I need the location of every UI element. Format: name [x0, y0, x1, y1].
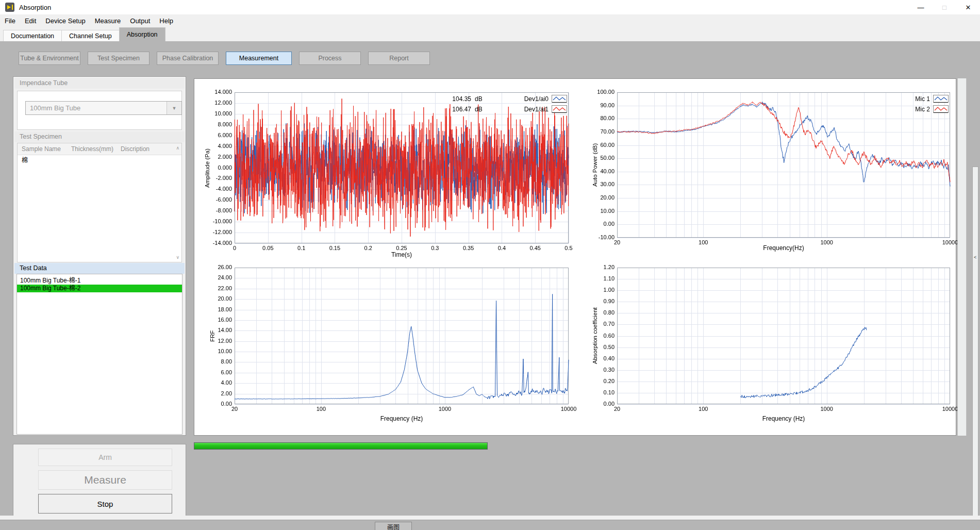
legend-item-dev1-ai0[interactable]: 104.35 dB Dev1/ai0 — [442, 94, 567, 104]
app-icon — [5, 3, 14, 12]
measurement-subtabs: Tube & Environment Test Specimen Phase C… — [19, 52, 430, 65]
x-axis-label-frequency-1: Frequency(Hz) — [732, 244, 835, 252]
test-data-list: 100mm Big Tube-棉-1 100mm Big Tube-棉-2 — [16, 274, 182, 435]
main-tabs: Documentation Channel Setup Absorption — [0, 27, 980, 41]
plot-name: Dev1/ai0 — [524, 95, 549, 103]
test-data-header: Test Data — [14, 263, 185, 274]
plot-name: Mic 2 — [915, 106, 930, 113]
level-readout-value: 106.47 — [442, 106, 471, 113]
menu-bar: File Edit Device Setup Measure Output He… — [0, 14, 980, 27]
tab-absorption[interactable]: Absorption — [119, 27, 165, 41]
left-sidebar: Impendace Tube 100mm Big Tube ▼ Test Spe… — [13, 76, 186, 436]
collapse-left-icon[interactable]: < — [974, 255, 976, 260]
time-waveform-legend: 104.35 dB Dev1/ai0 106.47 dB Dev1/ai1 — [442, 94, 567, 114]
plot-style-icon[interactable] — [552, 105, 567, 113]
maximize-button: □ — [933, 0, 956, 14]
subtab-report[interactable]: Report — [368, 52, 430, 65]
dropdown-button[interactable]: ▼ — [167, 102, 181, 114]
level-readout-value: 104.35 — [442, 95, 471, 103]
plot-name: Dev1/ai1 — [524, 106, 549, 113]
cell-sample-name: 棉 — [18, 155, 67, 164]
action-panel: Arm Measure Stop — [13, 444, 186, 518]
y-axis-label-absorption: Absorption coefficient — [591, 268, 599, 404]
test-specimen-table: Sample Name Thickness(mm) Discription 棉 … — [17, 143, 182, 262]
auto-power-legend: Mic 1 Mic 2 — [903, 94, 949, 114]
list-item-selected[interactable]: 100mm Big Tube-棉-2 — [17, 285, 182, 292]
minimize-button[interactable]: — — [909, 0, 933, 14]
frf-plot — [200, 261, 576, 420]
title-bar: Absorption — □ ✕ — [0, 0, 980, 14]
menu-edit[interactable]: Edit — [20, 14, 41, 27]
legend-item-dev1-ai1[interactable]: 106.47 dB Dev1/ai1 — [442, 104, 567, 114]
tab-channel-setup[interactable]: Channel Setup — [61, 30, 120, 41]
menu-device-setup[interactable]: Device Setup — [41, 14, 90, 27]
window-title: Absorption — [19, 4, 51, 11]
column-thickness: Thickness(mm) — [67, 145, 117, 153]
x-axis-label-frequency-3: Frequency (Hz) — [732, 415, 835, 422]
window-controls: — □ ✕ — [909, 0, 980, 14]
plot-style-icon[interactable] — [552, 95, 567, 103]
play-bar-icon — [12, 5, 13, 10]
list-item[interactable]: 100mm Big Tube-棉-1 — [17, 277, 182, 285]
subtab-test-specimen[interactable]: Test Specimen — [88, 52, 150, 65]
plot-name: Mic 1 — [915, 95, 930, 103]
tab-documentation[interactable]: Documentation — [3, 30, 62, 41]
auto-power-plot — [582, 86, 958, 252]
subtab-tube-environment[interactable]: Tube & Environment — [19, 52, 80, 65]
side-collapse-strip[interactable]: < — [972, 167, 978, 520]
scroll-up-icon[interactable]: ∧ — [176, 146, 179, 151]
legend-item-mic2[interactable]: Mic 2 — [903, 104, 949, 114]
test-specimen-header: Test Specimen — [14, 131, 185, 142]
play-triangle-icon — [7, 5, 11, 9]
page-bottom-edge — [0, 516, 980, 520]
legend-item-mic1[interactable]: Mic 1 — [903, 94, 949, 104]
absorption-plot — [582, 261, 958, 420]
stop-button[interactable]: Stop — [38, 494, 172, 514]
level-readout-unit: dB — [475, 95, 483, 103]
impedance-tube-groupbox: 100mm Big Tube ▼ — [17, 91, 182, 130]
y-axis-label-amplitude: Amplitude (Pa) — [203, 92, 211, 243]
subtab-measurement[interactable]: Measurement — [226, 52, 292, 65]
column-discription: Discription — [117, 145, 181, 153]
impedance-tube-header: Impendace Tube — [14, 78, 185, 89]
plot-style-icon[interactable] — [933, 95, 949, 103]
scroll-down-icon[interactable]: ∨ — [176, 255, 179, 260]
y-axis-label-frf: FRF — [208, 268, 217, 404]
subtab-process[interactable]: Process — [299, 52, 361, 65]
chevron-down-icon: ▼ — [172, 106, 177, 111]
impedance-tube-dropdown[interactable]: 100mm Big Tube ▼ — [25, 101, 182, 115]
menu-output[interactable]: Output — [125, 14, 155, 27]
bottom-tab[interactable]: 画图 — [375, 522, 412, 530]
progress-bar — [194, 442, 488, 450]
arm-button[interactable]: Arm — [38, 449, 172, 466]
menu-help[interactable]: Help — [155, 14, 178, 27]
right-gutter — [957, 78, 967, 436]
table-row[interactable]: 棉 — [18, 155, 181, 164]
column-sample-name: Sample Name — [18, 145, 67, 153]
measure-button[interactable]: Measure — [38, 470, 172, 490]
plot-style-icon[interactable] — [933, 105, 949, 113]
level-readout-unit: dB — [475, 106, 483, 113]
subtab-phase-calibration[interactable]: Phase Calibration — [157, 52, 219, 65]
x-axis-label-frequency-2: Frequency (Hz) — [350, 415, 453, 422]
y-axis-label-auto-power: Auto Power (dB) — [591, 92, 599, 238]
progress-fill — [194, 443, 487, 449]
menu-measure[interactable]: Measure — [90, 14, 126, 27]
close-button[interactable]: ✕ — [956, 0, 980, 14]
absorption-page: Tube & Environment Test Specimen Phase C… — [0, 41, 980, 530]
test-specimen-table-header: Sample Name Thickness(mm) Discription — [18, 143, 181, 155]
impedance-tube-dropdown-value: 100mm Big Tube — [26, 102, 167, 114]
x-axis-label-time: Time(s) — [350, 251, 453, 258]
menu-file[interactable]: File — [0, 14, 20, 27]
